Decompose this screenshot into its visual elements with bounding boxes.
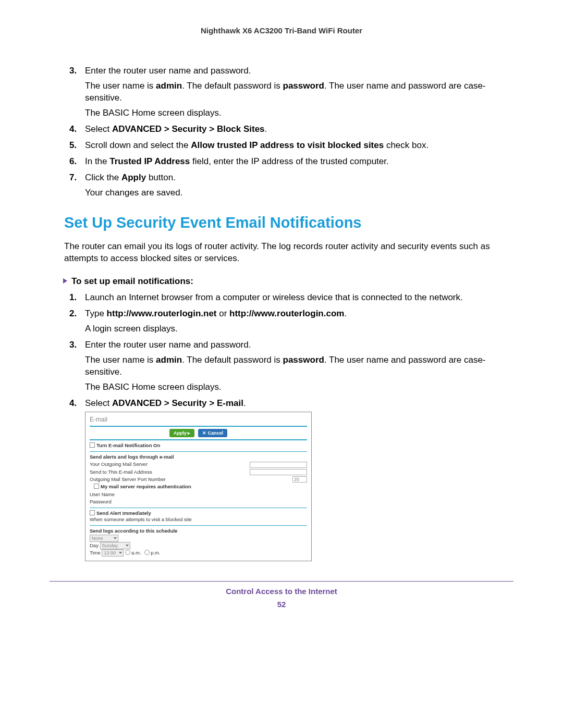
step-note: Your changes are saved. (85, 187, 513, 199)
step-note: The user name is admin. The default pass… (85, 354, 513, 378)
footer-divider (50, 581, 513, 582)
divider (90, 508, 307, 508)
schedule-label: Send logs according to this schedule (90, 528, 307, 535)
page-header: Nighthawk X6 AC3200 Tri-Band WiFi Router (50, 26, 513, 35)
schedule-select-row: None (90, 535, 307, 542)
step-text: Enter the router user name and password. (85, 340, 251, 350)
step-1: 1. Launch an Internet browser from a com… (69, 292, 513, 304)
time-select[interactable]: 12:00 (102, 549, 124, 557)
auth-row: My mail server requires authentication (90, 484, 307, 490)
divider (90, 451, 307, 452)
divider (90, 426, 307, 427)
section-intro: The router can email you its logs of rou… (64, 241, 513, 265)
turn-on-row: Turn E-mail Notification On (90, 442, 307, 449)
step-note: The BASIC Home screen displays. (85, 381, 513, 393)
step-3: 3. Enter the router user name and passwo… (69, 339, 513, 393)
day-select[interactable]: Sunday (100, 542, 130, 549)
section-heading: Set Up Security Event Email Notification… (64, 214, 513, 231)
footer-chapter: Control Access to the Internet (50, 587, 513, 596)
step-5: 5. Scroll down and select the Allow trus… (69, 140, 513, 152)
cancel-button[interactable]: ✕ Cancel (198, 429, 227, 437)
divider (90, 525, 307, 526)
checkbox-icon[interactable] (90, 510, 95, 515)
alert-sub-label: When someone attempts to visit a blocked… (90, 516, 307, 523)
step-3: 3. Enter the router user name and passwo… (69, 65, 513, 119)
email-settings-screenshot: E-mail Apply ▸ ✕ Cancel Turn E-mail Noti… (85, 412, 312, 561)
outgoing-server-row: Your Outgoing Mail Server (90, 461, 307, 468)
procedure-title: To set up email notifications: (63, 276, 513, 287)
step-6: 6. In the Trusted IP Address field, ente… (69, 156, 513, 168)
step-text: Enter the router user name and password. (85, 66, 251, 76)
send-to-input[interactable] (250, 469, 307, 475)
step-2: 2. Type http://www.routerlogin.net or ht… (69, 308, 513, 335)
steps-list-1: 3. Enter the router user name and passwo… (69, 65, 513, 199)
send-to-row: Send to This E-mail Address (90, 469, 307, 476)
step-4: 4. Select ADVANCED > Security > E-mail. … (69, 398, 513, 561)
step-note: The user name is admin. The default pass… (85, 80, 513, 104)
checkbox-icon[interactable] (94, 484, 99, 489)
panel-title: E-mail (90, 415, 307, 424)
outgoing-server-input[interactable] (250, 462, 307, 468)
day-row: Day Sunday (90, 542, 307, 549)
radio-icon[interactable] (125, 550, 130, 555)
apply-button[interactable]: Apply ▸ (169, 429, 195, 437)
checkbox-icon[interactable] (90, 442, 95, 448)
steps-list-2: 1. Launch an Internet browser from a com… (69, 292, 513, 561)
alert-immediately-row: Send Alert Immediately (90, 510, 307, 517)
schedule-select[interactable]: None (90, 535, 118, 542)
port-input[interactable]: 25 (292, 476, 307, 483)
port-row: Outgoing Mail Server Port Number 25 (90, 476, 307, 483)
step-7: 7. Click the Apply button. Your changes … (69, 172, 513, 199)
section-label: Send alerts and logs through e-mail (90, 454, 307, 461)
chevron-right-icon (63, 278, 67, 283)
password-row: Password (90, 499, 307, 505)
step-text: Launch an Internet browser from a comput… (85, 292, 463, 302)
time-row: Time 12:00 a.m. p.m. (90, 549, 307, 557)
step-note: A login screen displays. (85, 323, 513, 335)
step-4: 4. Select ADVANCED > Security > Block Si… (69, 124, 513, 135)
divider (90, 439, 307, 440)
footer-page-number: 52 (50, 600, 513, 609)
username-row: User Name (90, 491, 307, 498)
step-note: The BASIC Home screen displays. (85, 107, 513, 119)
radio-icon[interactable] (144, 550, 150, 555)
